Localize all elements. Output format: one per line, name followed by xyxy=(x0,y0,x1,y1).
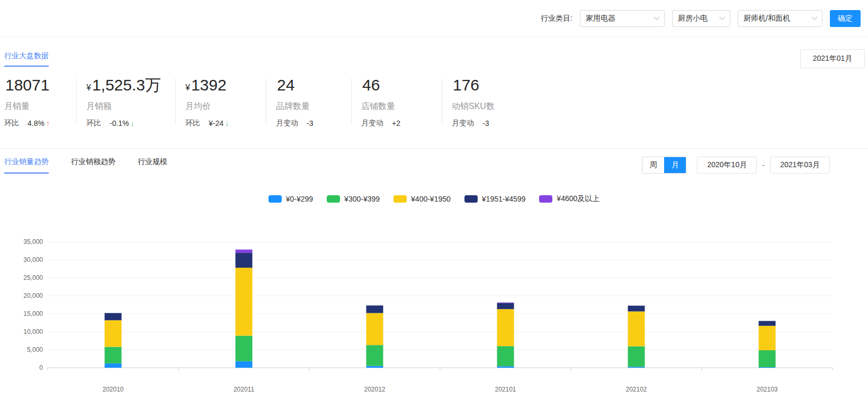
overview-month-select[interactable]: 2021年01月 xyxy=(800,49,865,68)
confirm-button[interactable]: 确定 xyxy=(830,10,861,27)
x-axis-ticks xyxy=(48,368,833,370)
svg-text:30,000: 30,000 xyxy=(23,256,43,263)
category-select-level3[interactable]: 厨师机/和面机 xyxy=(738,10,822,27)
legend-item[interactable]: ¥300-¥399 xyxy=(327,195,380,203)
kpi-row: 18071 月销量 环比4.8%↑ ¥1,525.3万 月销额 环比-0.1%↓… xyxy=(0,71,868,130)
category-select-level2[interactable]: 厨房小电 xyxy=(672,10,730,27)
kpi-change-row: 环比4.8%↑ xyxy=(4,119,70,128)
overview-month-value: 2021年01月 xyxy=(813,54,853,63)
chevron-down-icon xyxy=(719,14,725,20)
y-gridlines xyxy=(48,242,833,368)
bar-segment xyxy=(236,253,253,268)
select-value: 家用电器 xyxy=(586,14,615,23)
chevron-down-icon xyxy=(654,14,659,20)
legend-item[interactable]: ¥0-¥299 xyxy=(269,195,313,203)
divider xyxy=(442,78,442,125)
bar-segment xyxy=(759,326,776,350)
bar-segment xyxy=(497,303,514,310)
bar-segment xyxy=(105,347,122,363)
legend-item[interactable]: ¥4600及以上 xyxy=(539,194,599,204)
kpi-label: 品牌数量 xyxy=(276,101,345,112)
overview-title-link[interactable]: 行业大盘数据 xyxy=(4,51,49,67)
bar-segment xyxy=(497,309,514,346)
date-range-end[interactable]: 2021年03月 xyxy=(770,157,830,174)
tab-industry-scale[interactable]: 行业规模 xyxy=(138,157,167,174)
kpi-change-row: 月变动-3 xyxy=(452,119,562,128)
bar-segment xyxy=(497,346,514,366)
tab-industry-sales-volume-trend[interactable]: 行业销量趋势 xyxy=(4,157,49,174)
divider xyxy=(266,78,266,125)
filter-bar: 行业类目: 家用电器 厨房小电 厨师机/和面机 确定 xyxy=(0,0,868,37)
legend-swatch-icon xyxy=(393,195,407,203)
bar-segment xyxy=(236,250,253,253)
kpi-change-row: 环比-0.1%↓ xyxy=(86,119,169,128)
svg-text:35,000: 35,000 xyxy=(23,238,43,246)
category-select-level1[interactable]: 家用电器 xyxy=(580,10,665,27)
kpi-value: 46 xyxy=(361,76,435,97)
kpi-label: 月均价 xyxy=(185,101,259,112)
kpi-value: 176 xyxy=(452,76,562,97)
svg-text:5,000: 5,000 xyxy=(27,346,43,353)
overview-section: 行业大盘数据 2021年01月 18071 月销量 环比4.8%↑ ¥1,525… xyxy=(0,37,868,130)
bar-segment xyxy=(759,321,776,326)
bar-segment xyxy=(628,312,645,347)
bar-segment xyxy=(236,335,253,361)
svg-text:202103: 202103 xyxy=(756,386,777,393)
kpi-card-active-sku-count: 176 动销SKU数 月变动-3 xyxy=(452,76,568,130)
kpi-label: 月销量 xyxy=(4,101,70,112)
svg-text:202010: 202010 xyxy=(102,386,123,393)
bar-segment xyxy=(105,313,122,321)
svg-text:15,000: 15,000 xyxy=(23,310,43,317)
divider xyxy=(175,78,176,125)
dashboard-page: 行业类目: 家用电器 厨房小电 厨师机/和面机 确定 行业大盘数据 2021年0… xyxy=(0,0,868,399)
bar-segment xyxy=(759,367,776,368)
legend-label: ¥1951-¥4599 xyxy=(482,195,526,203)
svg-text:202012: 202012 xyxy=(364,386,385,393)
period-toggle-month[interactable]: 月 xyxy=(664,157,686,173)
bar-segment xyxy=(628,347,645,367)
divider xyxy=(76,78,77,125)
sales-trend-chart: 05,00010,00015,00020,00025,00030,00035,0… xyxy=(0,209,868,399)
y-axis-labels: 05,00010,00015,00020,00025,00030,00035,0… xyxy=(23,238,43,371)
svg-text:202011: 202011 xyxy=(234,386,254,393)
trend-down-icon: ↓ xyxy=(225,119,229,128)
chevron-down-icon xyxy=(811,14,817,20)
trend-tabs: 行业销量趋势 行业销额趋势 行业规模 xyxy=(4,157,167,174)
legend-item[interactable]: ¥400-¥1950 xyxy=(393,195,451,203)
bar-segment xyxy=(497,303,514,303)
divider xyxy=(351,78,352,125)
kpi-card-shop-count: 46 店铺数量 月变动+2 xyxy=(361,76,442,130)
period-toggle-group: 周 月 xyxy=(642,157,686,174)
legend-label: ¥400-¥1950 xyxy=(411,195,451,203)
bar-segment xyxy=(759,350,776,367)
bar-segment xyxy=(366,345,383,366)
kpi-card-brand-count: 24 品牌数量 月变动-3 xyxy=(276,76,351,130)
bar-segment xyxy=(366,313,383,346)
kpi-change-row: 月变动-3 xyxy=(276,119,345,128)
svg-text:0: 0 xyxy=(39,364,43,371)
tab-industry-sales-amount-trend[interactable]: 行业销额趋势 xyxy=(71,157,115,174)
select-value: 厨师机/和面机 xyxy=(744,14,790,23)
bar-segment xyxy=(105,363,122,368)
legend-item[interactable]: ¥1951-¥4599 xyxy=(464,195,526,203)
kpi-change-row: 月变动+2 xyxy=(361,119,435,128)
kpi-value: 24 xyxy=(276,76,345,97)
date-range-start[interactable]: 2020年10月 xyxy=(697,157,757,174)
trend-section: 行业销量趋势 行业销额趋势 行业规模 周 月 2020年10月 - 2021年0… xyxy=(0,149,868,399)
kpi-card-monthly-sales-amount: ¥1,525.3万 月销额 环比-0.1%↓ xyxy=(86,76,175,130)
bar-segment xyxy=(628,367,645,368)
kpi-value: ¥1,525.3万 xyxy=(86,76,169,97)
x-axis-labels: 202010202011202012202101202102202103 xyxy=(102,386,777,393)
svg-text:25,000: 25,000 xyxy=(23,274,43,281)
legend-swatch-icon xyxy=(539,195,552,203)
period-toggle-week[interactable]: 周 xyxy=(642,157,664,173)
legend-swatch-icon xyxy=(464,195,478,203)
trend-controls: 周 月 2020年10月 - 2021年03月 xyxy=(642,157,830,174)
svg-text:202102: 202102 xyxy=(625,386,647,393)
svg-text:202101: 202101 xyxy=(495,386,516,393)
kpi-label: 店铺数量 xyxy=(361,101,435,112)
trend-up-icon: ↑ xyxy=(46,119,50,128)
bar-segment xyxy=(628,306,645,312)
kpi-change-row: 环比¥-24↓ xyxy=(185,119,259,128)
bar-segment xyxy=(366,305,383,313)
